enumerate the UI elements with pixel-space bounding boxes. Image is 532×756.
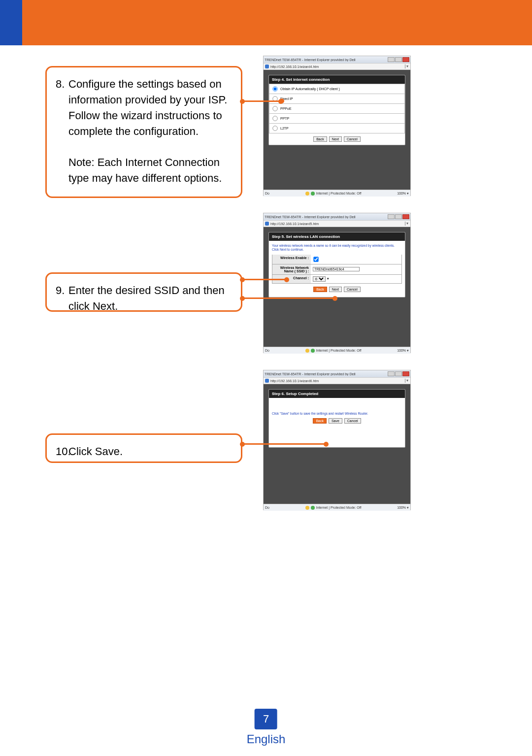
screenshot-step-6: TRENDnet TEW-654TR - Internet Explorer p… (263, 370, 411, 510)
button-row: Back Save Cancel (272, 415, 402, 427)
zoom-level[interactable]: 100% ▾ (397, 349, 409, 353)
config-ssid: Wireless Network Name ( SSID ) : (272, 264, 402, 275)
maximize-icon[interactable] (395, 371, 402, 376)
cancel-button[interactable]: Cancel (344, 418, 361, 424)
status-text: Internet | Protected Mode: Off (316, 506, 362, 509)
dropdown-icon[interactable]: ▾ (405, 222, 409, 226)
save-button[interactable]: Save (329, 418, 342, 424)
address-bar: http://192.168.10.1/wizard5.htm ▾ (264, 220, 410, 227)
option-label: L2TP (280, 127, 289, 130)
step-text: Enter the desired SSID and then click Ne… (68, 283, 232, 314)
zoom-level[interactable]: 100% ▾ (397, 192, 409, 196)
connector-line (242, 443, 326, 445)
zoom-level[interactable]: 100% ▾ (397, 506, 409, 510)
option-label: PPTP (280, 117, 289, 120)
globe-icon (311, 349, 315, 353)
window-titlebar: TRENDnet TEW-654TR - Internet Explorer p… (264, 370, 410, 377)
field-label: Wireless Enable : (272, 255, 311, 264)
minimize-icon[interactable] (388, 57, 395, 62)
globe-icon (311, 506, 315, 510)
url-text[interactable]: http://192.168.10.1/wizard6.htm (270, 379, 403, 383)
window-title: TRENDnet TEW-654TR - Internet Explorer p… (265, 58, 356, 62)
address-bar: http://192.168.10.1/wizard6.htm ▾ (264, 377, 410, 384)
security-icon (305, 192, 309, 196)
radio-icon[interactable] (272, 126, 277, 131)
connection-option[interactable]: PPPoE (269, 104, 405, 114)
wizard-panel: Step 6. Setup Completed Click "Save" but… (268, 389, 405, 448)
favicon-icon (265, 222, 269, 226)
minimize-icon[interactable] (388, 214, 395, 219)
connection-option[interactable]: PPTP (269, 114, 405, 124)
panel-heading: Step 6. Setup Completed (269, 390, 405, 398)
radio-icon[interactable] (272, 86, 277, 91)
security-icon (305, 349, 309, 353)
back-button[interactable]: Back (313, 136, 327, 142)
panel-description: Your wireless network needs a name so it… (272, 243, 402, 255)
cancel-button[interactable]: Cancel (344, 136, 361, 142)
back-button[interactable]: Back (313, 287, 327, 292)
maximize-icon[interactable] (395, 57, 402, 62)
radio-icon[interactable] (272, 116, 277, 121)
close-icon[interactable] (402, 214, 409, 219)
page-footer: 7 English (247, 709, 286, 746)
status-bar: Do Internet | Protected Mode: Off 100% ▾ (264, 504, 410, 511)
close-icon[interactable] (402, 371, 409, 376)
ssid-input[interactable] (313, 267, 360, 271)
status-text: Internet | Protected Mode: Off (316, 349, 362, 352)
status-left: Do (265, 192, 269, 195)
radio-icon[interactable] (272, 106, 277, 111)
favicon-icon (265, 65, 269, 68)
url-text[interactable]: http://192.168.10.1/wizard4.htm (270, 65, 403, 68)
status-left: Do (265, 349, 269, 352)
address-bar: http://192.168.10.1/wizard4.htm ▾ (264, 63, 410, 70)
wireless-enable-checkbox[interactable] (313, 257, 318, 262)
status-left: Do (265, 506, 269, 509)
page-content: Step 5. Set wireless LAN connection Your… (264, 227, 410, 347)
close-icon[interactable] (402, 57, 409, 62)
globe-icon (311, 192, 315, 196)
step-number: 10. (56, 444, 68, 460)
instruction-step-10: 10. Click Save. (45, 433, 242, 463)
security-icon (305, 506, 309, 510)
connection-option[interactable]: L2TP (269, 124, 405, 133)
connection-option[interactable]: Fixed IP (269, 94, 405, 104)
next-button[interactable]: Next (329, 287, 342, 292)
window-titlebar: TRENDnet TEW-654TR - Internet Explorer p… (264, 213, 410, 220)
button-row: Back Next Cancel (272, 284, 402, 295)
screenshot-step-4: TRENDnet TEW-654TR - Internet Explorer p… (263, 56, 411, 196)
wizard-panel: Step 5. Set wireless LAN connection Your… (268, 232, 405, 297)
url-text[interactable]: http://192.168.10.1/wizard5.htm (270, 222, 403, 226)
next-button[interactable]: Next (329, 136, 342, 142)
screenshot-step-5: TRENDnet TEW-654TR - Internet Explorer p… (263, 213, 411, 353)
dropdown-icon[interactable]: ▾ (405, 65, 409, 68)
instruction-step-9: 9. Enter the desired SSID and then click… (45, 272, 242, 312)
page-content: Step 4. Set internet connection Obtain I… (264, 70, 410, 190)
config-wireless-enable: Wireless Enable : (272, 255, 402, 264)
header-banner (0, 0, 532, 45)
panel-heading: Step 5. Set wireless LAN connection (269, 232, 405, 241)
connector-line (242, 100, 281, 102)
dropdown-icon[interactable]: ▾ (405, 379, 409, 383)
connector-line (242, 279, 287, 280)
step-number: 8. (56, 76, 68, 92)
page-language: English (247, 732, 286, 746)
maximize-icon[interactable] (395, 214, 402, 219)
connection-option[interactable]: Obtain IP Automatically ( DHCP client ) (269, 84, 405, 94)
option-label: PPPoE (280, 107, 292, 110)
cancel-button[interactable]: Cancel (344, 287, 361, 292)
window-title: TRENDnet TEW-654TR - Internet Explorer p… (265, 372, 356, 376)
channel-select[interactable]: 6 (313, 276, 326, 282)
instruction-step-8: 8. Configure the settings based on infor… (45, 66, 242, 198)
header-accent (0, 0, 22, 45)
step-text: Configure the settings based on informat… (68, 78, 227, 137)
config-channel: Channel : 6 ▾ (272, 275, 402, 284)
step-note: Note: Each Internet Connection type may … (68, 156, 222, 184)
minimize-icon[interactable] (388, 371, 395, 376)
window-title: TRENDnet TEW-654TR - Internet Explorer p… (265, 215, 356, 219)
step-number: 9. (56, 283, 68, 298)
window-titlebar: TRENDnet TEW-654TR - Internet Explorer p… (264, 56, 410, 63)
back-button[interactable]: Back (313, 418, 327, 424)
favicon-icon (265, 379, 269, 383)
status-bar: Do Internet | Protected Mode: Off 100% ▾ (264, 190, 410, 197)
status-text: Internet | Protected Mode: Off (316, 192, 362, 195)
